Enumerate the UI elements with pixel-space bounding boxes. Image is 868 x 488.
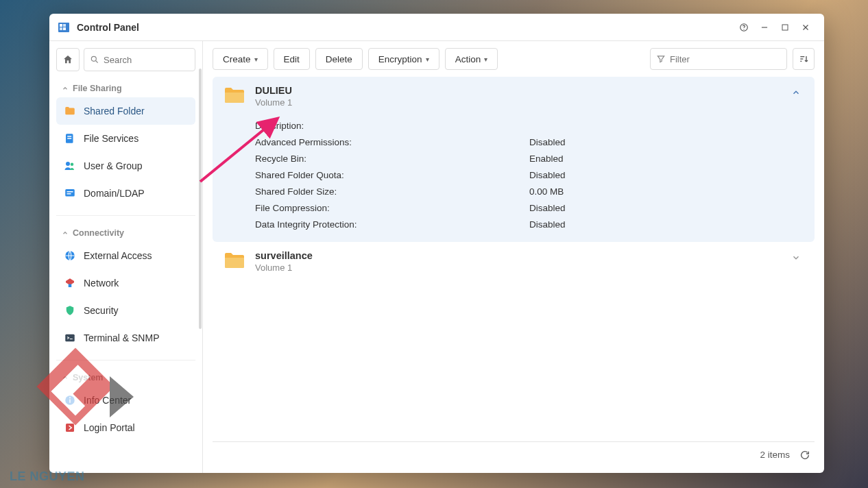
prop-row: Advanced Permissions:Disabled (255, 134, 804, 150)
collapse-button[interactable] (788, 85, 804, 100)
toolbar: Create▾ Edit Delete Encryption▾ Action▾ (213, 48, 815, 70)
maximize-button[interactable] (775, 17, 795, 38)
filter-icon (656, 54, 666, 64)
minimize-button[interactable] (754, 17, 775, 38)
group-label: File Sharing (73, 84, 122, 93)
control-panel-window: Control Panel File Sharing (49, 14, 824, 473)
folder-volume: Volume 1 (255, 263, 313, 273)
folder-properties: Description: Advanced Permissions:Disabl… (255, 117, 804, 232)
group-header-connectivity[interactable]: Connectivity (56, 221, 195, 242)
item-count: 2 items (760, 450, 790, 460)
sidebar-item-label: Network (84, 278, 119, 289)
search-input[interactable] (104, 55, 189, 65)
folder-list: DULIEU Volume 1 Description: Advanced Pe… (213, 77, 815, 441)
folder-icon (224, 252, 245, 269)
sidebar-item-label: User & Group (84, 160, 143, 171)
help-button[interactable] (734, 17, 754, 38)
filter-field[interactable] (650, 48, 787, 70)
watermark-logo (27, 339, 144, 455)
svg-point-16 (66, 162, 70, 166)
caret-down-icon: ▾ (484, 56, 487, 63)
domain-ldap-icon (63, 186, 77, 200)
svg-rect-2 (63, 24, 66, 27)
sidebar-item-file-services[interactable]: File Services (56, 125, 195, 152)
encryption-button[interactable]: Encryption▾ (368, 48, 439, 70)
user-group-icon (63, 159, 77, 173)
prop-row: File Compression:Disabled (255, 199, 804, 216)
folder-name: DULIEU (255, 85, 292, 96)
svg-rect-4 (63, 27, 66, 30)
svg-rect-22 (69, 284, 72, 288)
svg-rect-15 (67, 138, 71, 139)
main-panel: Create▾ Edit Delete Encryption▾ Action▾ (203, 41, 824, 473)
scrollbar[interactable] (199, 69, 202, 329)
create-button[interactable]: Create▾ (213, 48, 268, 70)
security-icon (63, 304, 77, 317)
svg-point-6 (743, 29, 744, 29)
folder-card-dulieu[interactable]: DULIEU Volume 1 Description: Advanced Pe… (213, 77, 815, 242)
file-services-icon (63, 132, 77, 145)
divider (56, 215, 195, 216)
svg-line-12 (96, 61, 98, 63)
prop-row: Description: (255, 117, 804, 134)
footer: 2 items (213, 441, 815, 467)
edit-button[interactable]: Edit (274, 48, 310, 70)
close-button[interactable] (795, 17, 816, 38)
network-icon (63, 276, 77, 290)
sidebar-item-label: Shared Folder (84, 106, 145, 117)
home-button[interactable] (56, 48, 80, 71)
search-field[interactable] (84, 48, 195, 71)
folder-icon (63, 104, 77, 118)
external-access-icon (63, 249, 77, 263)
action-button[interactable]: Action▾ (445, 48, 498, 70)
svg-rect-8 (782, 25, 788, 30)
svg-rect-3 (60, 27, 62, 30)
prop-row: Recycle Bin:Enabled (255, 150, 804, 167)
delete-button[interactable]: Delete (315, 48, 363, 70)
svg-rect-1 (60, 24, 62, 27)
sidebar-item-domain-ldap[interactable]: Domain/LDAP (56, 180, 195, 207)
sort-button[interactable] (793, 48, 815, 70)
sidebar-item-network[interactable]: Network (56, 269, 195, 297)
sidebar-item-external-access[interactable]: External Access (56, 242, 195, 269)
prop-row: Shared Folder Size:0.00 MB (255, 183, 804, 199)
folder-card-surveillance[interactable]: surveillance Volume 1 (213, 242, 815, 282)
group-header-file-sharing[interactable]: File Sharing (56, 77, 195, 97)
folder-icon (224, 86, 245, 104)
chevron-up-icon (62, 230, 69, 236)
app-icon (58, 21, 70, 34)
svg-rect-18 (65, 189, 75, 197)
svg-point-11 (91, 56, 96, 61)
caret-down-icon: ▾ (426, 56, 429, 63)
sidebar-item-label: File Services (84, 133, 138, 144)
expand-button[interactable] (788, 250, 804, 265)
folder-name: surveillance (255, 250, 313, 261)
prop-row: Data Integrity Protection:Disabled (255, 216, 804, 232)
filter-input[interactable] (670, 54, 781, 64)
watermark-text: LE NGUYEN (10, 469, 85, 484)
window-title: Control Panel (77, 22, 734, 33)
group-label: Connectivity (73, 228, 124, 238)
svg-rect-14 (67, 136, 71, 137)
sidebar-item-label: Domain/LDAP (84, 188, 145, 199)
sidebar-item-user-group[interactable]: User & Group (56, 152, 195, 180)
sidebar-item-label: External Access (84, 250, 152, 261)
caret-down-icon: ▾ (254, 56, 258, 63)
folder-volume: Volume 1 (255, 97, 292, 108)
svg-point-17 (71, 163, 74, 167)
sidebar-item-label: Security (84, 305, 119, 316)
svg-rect-20 (67, 193, 71, 195)
refresh-button[interactable] (799, 450, 810, 461)
sidebar-item-security[interactable]: Security (56, 297, 195, 324)
prop-row: Shared Folder Quota:Disabled (255, 167, 804, 183)
search-icon (90, 55, 99, 64)
title-bar: Control Panel (49, 14, 824, 41)
chevron-up-icon (62, 85, 69, 92)
svg-rect-19 (67, 191, 73, 193)
sidebar-item-shared-folder[interactable]: Shared Folder (56, 97, 195, 125)
